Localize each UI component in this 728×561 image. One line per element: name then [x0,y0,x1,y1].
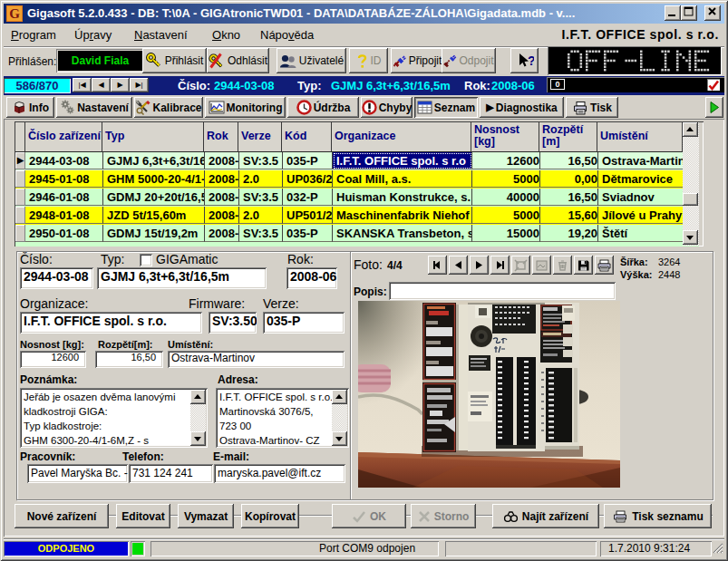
svg-text:G: G [9,6,20,21]
svg-text:?: ? [528,53,534,68]
